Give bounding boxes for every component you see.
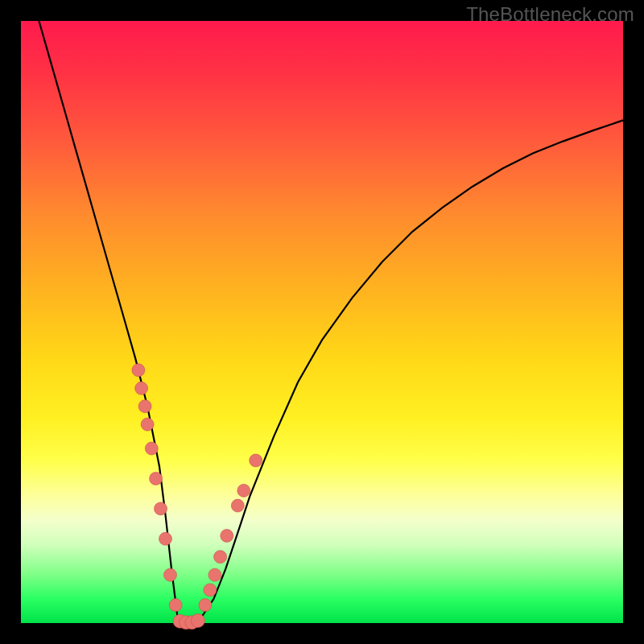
curve-marker: [138, 400, 151, 413]
curve-marker: [169, 599, 182, 612]
curve-marker: [214, 551, 227, 564]
plot-area: [21, 21, 623, 623]
curve-marker: [141, 418, 154, 431]
curve-marker: [145, 442, 158, 455]
curve-marker: [237, 484, 250, 497]
curve-marker: [135, 382, 148, 394]
curve-marker: [150, 473, 163, 485]
chart-frame: TheBottleneck.com: [0, 0, 644, 644]
curve-marker: [191, 614, 204, 628]
curve-marker: [204, 584, 217, 597]
curve-marker: [208, 568, 221, 581]
bottleneck-curve: [39, 21, 623, 623]
curve-marker: [164, 568, 177, 581]
curve-marker: [132, 364, 145, 377]
curve-markers: [132, 364, 262, 630]
curve-marker: [155, 502, 167, 515]
curve-marker: [250, 454, 262, 467]
curve-marker: [199, 599, 212, 612]
curve-marker: [159, 532, 172, 545]
curve-marker: [231, 499, 244, 512]
chart-svg: [21, 21, 623, 623]
curve-marker: [221, 530, 233, 543]
